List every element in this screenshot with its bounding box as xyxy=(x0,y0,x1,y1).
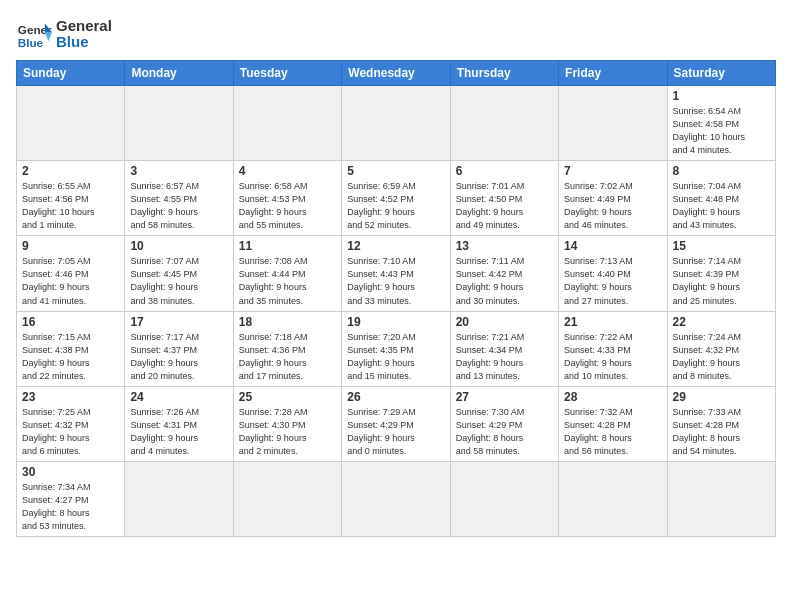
day-number: 22 xyxy=(673,315,770,329)
day-cell xyxy=(667,461,775,536)
day-number: 17 xyxy=(130,315,227,329)
day-cell xyxy=(233,461,341,536)
day-cell: 6Sunrise: 7:01 AM Sunset: 4:50 PM Daylig… xyxy=(450,161,558,236)
day-info: Sunrise: 7:13 AM Sunset: 4:40 PM Dayligh… xyxy=(564,255,661,307)
day-info: Sunrise: 7:21 AM Sunset: 4:34 PM Dayligh… xyxy=(456,331,553,383)
day-info: Sunrise: 7:22 AM Sunset: 4:33 PM Dayligh… xyxy=(564,331,661,383)
day-cell: 23Sunrise: 7:25 AM Sunset: 4:32 PM Dayli… xyxy=(17,386,125,461)
day-info: Sunrise: 7:29 AM Sunset: 4:29 PM Dayligh… xyxy=(347,406,444,458)
day-cell: 21Sunrise: 7:22 AM Sunset: 4:33 PM Dayli… xyxy=(559,311,667,386)
day-number: 2 xyxy=(22,164,119,178)
day-number: 18 xyxy=(239,315,336,329)
day-cell: 11Sunrise: 7:08 AM Sunset: 4:44 PM Dayli… xyxy=(233,236,341,311)
day-number: 23 xyxy=(22,390,119,404)
day-number: 26 xyxy=(347,390,444,404)
day-cell: 19Sunrise: 7:20 AM Sunset: 4:35 PM Dayli… xyxy=(342,311,450,386)
day-info: Sunrise: 7:18 AM Sunset: 4:36 PM Dayligh… xyxy=(239,331,336,383)
weekday-header-monday: Monday xyxy=(125,61,233,86)
weekday-header-thursday: Thursday xyxy=(450,61,558,86)
day-cell: 1Sunrise: 6:54 AM Sunset: 4:58 PM Daylig… xyxy=(667,86,775,161)
day-cell xyxy=(342,86,450,161)
day-info: Sunrise: 7:34 AM Sunset: 4:27 PM Dayligh… xyxy=(22,481,119,533)
day-cell xyxy=(17,86,125,161)
day-cell: 13Sunrise: 7:11 AM Sunset: 4:42 PM Dayli… xyxy=(450,236,558,311)
day-number: 24 xyxy=(130,390,227,404)
day-cell: 24Sunrise: 7:26 AM Sunset: 4:31 PM Dayli… xyxy=(125,386,233,461)
day-cell: 28Sunrise: 7:32 AM Sunset: 4:28 PM Dayli… xyxy=(559,386,667,461)
weekday-header-saturday: Saturday xyxy=(667,61,775,86)
day-number: 29 xyxy=(673,390,770,404)
weekday-header-wednesday: Wednesday xyxy=(342,61,450,86)
day-info: Sunrise: 7:28 AM Sunset: 4:30 PM Dayligh… xyxy=(239,406,336,458)
day-cell xyxy=(125,86,233,161)
day-cell: 10Sunrise: 7:07 AM Sunset: 4:45 PM Dayli… xyxy=(125,236,233,311)
day-cell xyxy=(450,461,558,536)
logo: General Blue General Blue xyxy=(16,16,112,52)
day-info: Sunrise: 7:20 AM Sunset: 4:35 PM Dayligh… xyxy=(347,331,444,383)
logo-blue-text: Blue xyxy=(56,34,112,51)
day-cell: 26Sunrise: 7:29 AM Sunset: 4:29 PM Dayli… xyxy=(342,386,450,461)
week-row-5: 23Sunrise: 7:25 AM Sunset: 4:32 PM Dayli… xyxy=(17,386,776,461)
day-cell: 15Sunrise: 7:14 AM Sunset: 4:39 PM Dayli… xyxy=(667,236,775,311)
day-cell: 5Sunrise: 6:59 AM Sunset: 4:52 PM Daylig… xyxy=(342,161,450,236)
day-cell: 9Sunrise: 7:05 AM Sunset: 4:46 PM Daylig… xyxy=(17,236,125,311)
day-number: 20 xyxy=(456,315,553,329)
week-row-2: 2Sunrise: 6:55 AM Sunset: 4:56 PM Daylig… xyxy=(17,161,776,236)
day-cell xyxy=(233,86,341,161)
day-number: 9 xyxy=(22,239,119,253)
calendar-table: SundayMondayTuesdayWednesdayThursdayFrid… xyxy=(16,60,776,537)
day-info: Sunrise: 7:32 AM Sunset: 4:28 PM Dayligh… xyxy=(564,406,661,458)
day-number: 30 xyxy=(22,465,119,479)
day-cell: 25Sunrise: 7:28 AM Sunset: 4:30 PM Dayli… xyxy=(233,386,341,461)
day-cell: 30Sunrise: 7:34 AM Sunset: 4:27 PM Dayli… xyxy=(17,461,125,536)
day-cell: 4Sunrise: 6:58 AM Sunset: 4:53 PM Daylig… xyxy=(233,161,341,236)
day-number: 4 xyxy=(239,164,336,178)
week-row-3: 9Sunrise: 7:05 AM Sunset: 4:46 PM Daylig… xyxy=(17,236,776,311)
day-info: Sunrise: 7:14 AM Sunset: 4:39 PM Dayligh… xyxy=(673,255,770,307)
day-number: 7 xyxy=(564,164,661,178)
day-cell: 12Sunrise: 7:10 AM Sunset: 4:43 PM Dayli… xyxy=(342,236,450,311)
day-number: 8 xyxy=(673,164,770,178)
weekday-header-friday: Friday xyxy=(559,61,667,86)
day-number: 1 xyxy=(673,89,770,103)
day-number: 5 xyxy=(347,164,444,178)
day-number: 15 xyxy=(673,239,770,253)
day-cell: 22Sunrise: 7:24 AM Sunset: 4:32 PM Dayli… xyxy=(667,311,775,386)
day-cell: 27Sunrise: 7:30 AM Sunset: 4:29 PM Dayli… xyxy=(450,386,558,461)
day-cell: 29Sunrise: 7:33 AM Sunset: 4:28 PM Dayli… xyxy=(667,386,775,461)
day-cell: 3Sunrise: 6:57 AM Sunset: 4:55 PM Daylig… xyxy=(125,161,233,236)
day-cell: 8Sunrise: 7:04 AM Sunset: 4:48 PM Daylig… xyxy=(667,161,775,236)
day-cell: 2Sunrise: 6:55 AM Sunset: 4:56 PM Daylig… xyxy=(17,161,125,236)
day-cell xyxy=(450,86,558,161)
week-row-1: 1Sunrise: 6:54 AM Sunset: 4:58 PM Daylig… xyxy=(17,86,776,161)
day-info: Sunrise: 7:04 AM Sunset: 4:48 PM Dayligh… xyxy=(673,180,770,232)
day-info: Sunrise: 7:15 AM Sunset: 4:38 PM Dayligh… xyxy=(22,331,119,383)
day-info: Sunrise: 7:08 AM Sunset: 4:44 PM Dayligh… xyxy=(239,255,336,307)
day-info: Sunrise: 6:59 AM Sunset: 4:52 PM Dayligh… xyxy=(347,180,444,232)
day-number: 3 xyxy=(130,164,227,178)
day-info: Sunrise: 7:10 AM Sunset: 4:43 PM Dayligh… xyxy=(347,255,444,307)
day-number: 28 xyxy=(564,390,661,404)
weekday-header-sunday: Sunday xyxy=(17,61,125,86)
day-number: 25 xyxy=(239,390,336,404)
day-number: 19 xyxy=(347,315,444,329)
day-info: Sunrise: 6:58 AM Sunset: 4:53 PM Dayligh… xyxy=(239,180,336,232)
svg-marker-3 xyxy=(45,32,52,41)
day-cell: 16Sunrise: 7:15 AM Sunset: 4:38 PM Dayli… xyxy=(17,311,125,386)
day-cell xyxy=(559,461,667,536)
day-info: Sunrise: 7:05 AM Sunset: 4:46 PM Dayligh… xyxy=(22,255,119,307)
day-cell: 14Sunrise: 7:13 AM Sunset: 4:40 PM Dayli… xyxy=(559,236,667,311)
week-row-4: 16Sunrise: 7:15 AM Sunset: 4:38 PM Dayli… xyxy=(17,311,776,386)
day-info: Sunrise: 7:17 AM Sunset: 4:37 PM Dayligh… xyxy=(130,331,227,383)
day-info: Sunrise: 7:25 AM Sunset: 4:32 PM Dayligh… xyxy=(22,406,119,458)
day-info: Sunrise: 6:54 AM Sunset: 4:58 PM Dayligh… xyxy=(673,105,770,157)
day-cell: 17Sunrise: 7:17 AM Sunset: 4:37 PM Dayli… xyxy=(125,311,233,386)
day-info: Sunrise: 6:57 AM Sunset: 4:55 PM Dayligh… xyxy=(130,180,227,232)
day-cell: 20Sunrise: 7:21 AM Sunset: 4:34 PM Dayli… xyxy=(450,311,558,386)
day-cell xyxy=(342,461,450,536)
day-number: 11 xyxy=(239,239,336,253)
logo-icon: General Blue xyxy=(16,16,52,52)
day-info: Sunrise: 7:07 AM Sunset: 4:45 PM Dayligh… xyxy=(130,255,227,307)
day-info: Sunrise: 7:33 AM Sunset: 4:28 PM Dayligh… xyxy=(673,406,770,458)
day-number: 21 xyxy=(564,315,661,329)
